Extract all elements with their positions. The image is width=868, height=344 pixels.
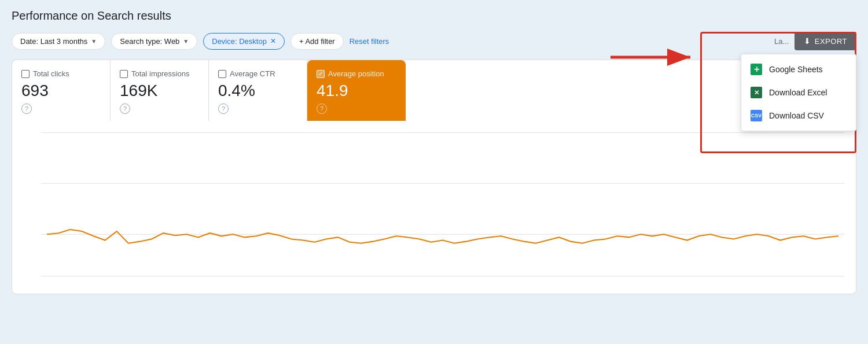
last-label: La... xyxy=(774,37,789,46)
metric-header: ✓ Average position xyxy=(317,69,396,78)
metric-header: Total clicks xyxy=(21,69,101,78)
filters-export-row: Date: Last 3 months ▼ Search type: Web ▼… xyxy=(12,32,856,50)
export-button[interactable]: ⬇ EXPORT xyxy=(795,32,856,50)
total-clicks-value: 693 xyxy=(21,82,101,100)
average-position-value: 41.9 xyxy=(317,82,396,100)
average-position-checkbox[interactable]: ✓ xyxy=(317,70,325,78)
help-icon[interactable]: ? xyxy=(21,103,32,114)
csv-icon: CSV xyxy=(751,110,762,121)
metric-header: Average CTR xyxy=(218,69,297,78)
total-impressions-checkbox[interactable] xyxy=(120,70,128,78)
metric-footer: ? xyxy=(218,103,297,114)
average-ctr-value: 0.4% xyxy=(218,82,297,100)
average-ctr-checkbox[interactable] xyxy=(218,70,226,78)
download-excel-option[interactable]: ✕ Download Excel xyxy=(741,81,856,104)
chevron-down-icon: ▼ xyxy=(183,38,189,45)
metric-total-clicks[interactable]: Total clicks 693 ? xyxy=(12,60,111,121)
total-clicks-checkbox[interactable] xyxy=(21,70,30,78)
export-dropdown: ✛ Google Sheets ✕ Download Excel CSV Dow… xyxy=(741,54,856,131)
search-type-filter[interactable]: Search type: Web ▼ xyxy=(111,33,197,50)
metric-total-impressions[interactable]: Total impressions 169K ? xyxy=(111,60,209,121)
total-impressions-label: Total impressions xyxy=(131,69,189,78)
search-type-filter-label: Search type: Web xyxy=(120,37,179,46)
device-filter[interactable]: Device: Desktop ✕ xyxy=(203,33,285,50)
download-csv-label: Download CSV xyxy=(769,111,824,120)
excel-icon: ✕ xyxy=(751,87,762,98)
metrics-row: Total clicks 693 ? Total impressions 169… xyxy=(12,60,856,121)
reset-filters-link[interactable]: Reset filters xyxy=(350,37,389,46)
google-sheets-icon: ✛ xyxy=(751,64,762,75)
date-filter-label: Date: Last 3 months xyxy=(20,37,87,46)
google-sheets-option[interactable]: ✛ Google Sheets xyxy=(741,58,856,81)
help-icon[interactable]: ? xyxy=(120,103,130,114)
help-icon[interactable]: ? xyxy=(317,103,327,114)
metric-footer: ? xyxy=(21,103,101,114)
average-ctr-label: Average CTR xyxy=(230,69,275,78)
close-icon[interactable]: ✕ xyxy=(270,37,276,45)
add-filter-button[interactable]: + Add filter xyxy=(290,33,344,50)
add-filter-label: + Add filter xyxy=(299,37,335,46)
download-excel-label: Download Excel xyxy=(769,88,827,97)
metric-average-position[interactable]: ✓ Average position 41.9 ? xyxy=(307,60,406,121)
total-impressions-value: 169K xyxy=(120,82,199,100)
download-csv-option[interactable]: CSV Download CSV xyxy=(741,104,856,127)
help-icon[interactable]: ? xyxy=(218,103,229,114)
average-position-label: Average position xyxy=(328,69,384,78)
metric-average-ctr[interactable]: Average CTR 0.4% ? xyxy=(209,60,307,121)
download-icon: ⬇ xyxy=(804,36,811,46)
metric-footer: ? xyxy=(317,103,396,114)
page-title: Performance on Search results xyxy=(12,9,856,23)
device-filter-label: Device: Desktop xyxy=(212,37,267,46)
export-area: ⬇ EXPORT ✛ Google Sheets ✕ Download Exce… xyxy=(795,32,856,50)
google-sheets-label: Google Sheets xyxy=(769,65,823,74)
total-clicks-label: Total clicks xyxy=(33,69,69,78)
chart-container: 0 20 40 60 8/4/24 8/11/24 8/18/24 8/25/2… xyxy=(12,121,856,294)
metric-header: Total impressions xyxy=(120,69,199,78)
export-button-label: EXPORT xyxy=(815,37,847,46)
main-container: Performance on Search results Date: Last… xyxy=(0,0,868,344)
chevron-down-icon: ▼ xyxy=(91,38,97,45)
metric-footer: ? xyxy=(120,103,199,114)
chart-svg: 0 20 40 60 8/4/24 8/11/24 8/18/24 8/25/2… xyxy=(41,127,844,282)
date-filter[interactable]: Date: Last 3 months ▼ xyxy=(12,33,105,50)
